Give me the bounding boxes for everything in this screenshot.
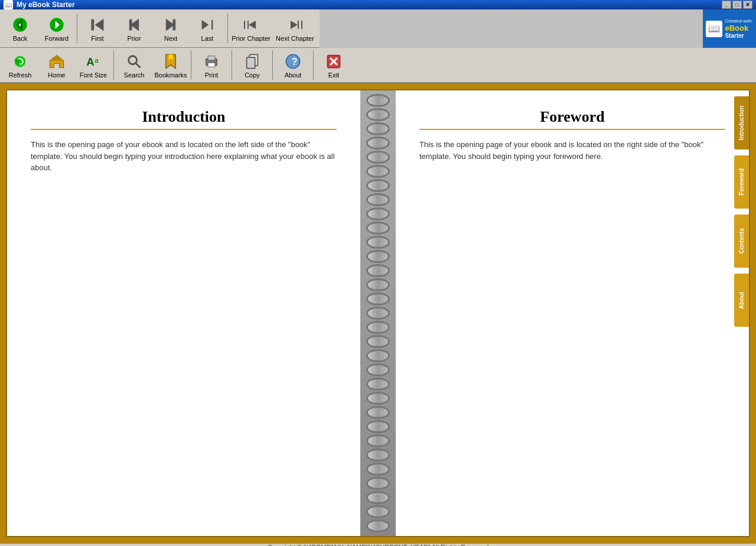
svg-rect-7 [130, 20, 131, 29]
minimize-button[interactable]: _ [722, 1, 731, 9]
left-page-title: Introduction [31, 108, 337, 130]
ring [366, 420, 390, 433]
book-container: Introduction This is the opening page of… [6, 89, 750, 537]
svg-marker-19 [16, 60, 19, 63]
svg-marker-8 [167, 20, 174, 29]
forward-icon [48, 17, 65, 33]
book-spine [360, 90, 396, 536]
ring [366, 165, 390, 178]
left-page: Introduction This is the opening page of… [7, 90, 360, 536]
ring [366, 406, 390, 419]
toolbar2: Refresh Home A a Font Size Search [0, 48, 756, 83]
back-button[interactable]: Back [2, 11, 38, 46]
tab-contents-label: Contents [738, 228, 745, 254]
svg-marker-11 [202, 20, 209, 29]
svg-rect-33 [247, 57, 255, 69]
bookmarks-button[interactable]: Bookmarks [153, 48, 188, 82]
refresh-icon [12, 53, 28, 70]
left-page-content: This is the opening page of your ebook a… [31, 139, 337, 174]
separator6 [272, 50, 273, 80]
separator5 [232, 50, 232, 80]
tab-contents[interactable]: Contents [734, 214, 749, 268]
ring [366, 136, 390, 150]
ring [366, 122, 390, 135]
main-area: Introduction This is the opening page of… [0, 83, 756, 543]
svg-marker-6 [131, 20, 138, 29]
svg-point-24 [129, 56, 137, 64]
right-page: Foreword This is the opening page of you… [396, 90, 749, 536]
ring [366, 236, 390, 249]
ring [366, 463, 390, 476]
separator2 [227, 14, 228, 43]
next-button[interactable]: Next [153, 11, 188, 46]
title-bar: 📖 My eBook Starter _ □ ✕ [0, 0, 756, 9]
refresh-button[interactable]: Refresh [2, 48, 38, 82]
about-button[interactable]: ? About [275, 48, 311, 82]
ring [366, 363, 390, 376]
svg-text:A: A [86, 56, 94, 68]
prior-chapter-button[interactable]: Prior Chapter [230, 11, 272, 46]
ring [366, 151, 390, 164]
svg-rect-17 [298, 21, 299, 29]
ring [366, 335, 390, 348]
logo-area: 📖 Created with: eBook Starter [703, 9, 756, 48]
app-icon: 📖 [4, 0, 13, 9]
home-button[interactable]: Home [39, 48, 74, 82]
title-bar-buttons[interactable]: _ □ ✕ [722, 1, 752, 9]
tab-foreword[interactable]: Foreword [734, 155, 749, 209]
logo-created-with: Created with: [725, 18, 752, 24]
svg-marker-16 [291, 21, 298, 29]
ring [366, 307, 390, 320]
search-button[interactable]: Search [116, 48, 152, 82]
last-button[interactable]: Last [190, 11, 225, 46]
tabs: Introduction Foreword Contents About [734, 90, 749, 536]
title-bar-left: 📖 My eBook Starter [4, 0, 75, 9]
about-icon: ? [285, 53, 301, 70]
prior-icon [126, 17, 142, 33]
ring [366, 179, 390, 192]
svg-line-25 [136, 63, 141, 67]
svg-rect-10 [211, 20, 213, 29]
copy-button[interactable]: Copy [234, 48, 270, 82]
svg-text:?: ? [292, 56, 298, 66]
next-chapter-button[interactable]: Next Chapter [273, 11, 317, 46]
tab-foreword-label: Foreword [738, 168, 745, 196]
separator7 [313, 50, 314, 80]
ring [366, 448, 390, 462]
ring [366, 193, 390, 206]
maximize-button[interactable]: □ [732, 1, 742, 9]
print-icon [203, 53, 220, 70]
logo-ebook: eBook [725, 24, 752, 32]
forward-button[interactable]: Forward [39, 11, 74, 46]
svg-rect-30 [208, 63, 215, 67]
ring [366, 491, 390, 504]
last-icon [199, 17, 216, 33]
tab-introduction[interactable]: Introduction [734, 96, 749, 150]
back-icon [12, 17, 28, 33]
next-chapter-icon [287, 17, 304, 33]
ring [366, 222, 390, 235]
logo-starter: Starter [725, 32, 752, 39]
right-page-title: Foreword [419, 108, 725, 130]
close-button[interactable]: ✕ [743, 1, 752, 9]
tab-about[interactable]: About [734, 274, 749, 327]
ring [366, 292, 390, 306]
exit-icon [325, 53, 342, 70]
font-size-icon: A a [85, 53, 102, 70]
print-button[interactable]: Print [194, 48, 229, 82]
svg-rect-12 [244, 21, 245, 29]
first-button[interactable]: First [80, 11, 115, 46]
svg-marker-13 [249, 21, 256, 29]
separator4 [191, 50, 191, 80]
next-icon [162, 17, 179, 33]
ring [366, 94, 390, 107]
prior-chapter-icon [243, 17, 259, 33]
svg-point-31 [215, 60, 216, 61]
prior-button[interactable]: Prior [116, 11, 152, 46]
exit-button[interactable]: Exit [316, 48, 351, 82]
ring [366, 207, 390, 220]
right-page-content: This is the opening page of your ebook a… [419, 139, 725, 162]
ring [366, 278, 390, 291]
font-size-button[interactable]: A a Font Size [76, 48, 111, 82]
ring [366, 392, 390, 405]
